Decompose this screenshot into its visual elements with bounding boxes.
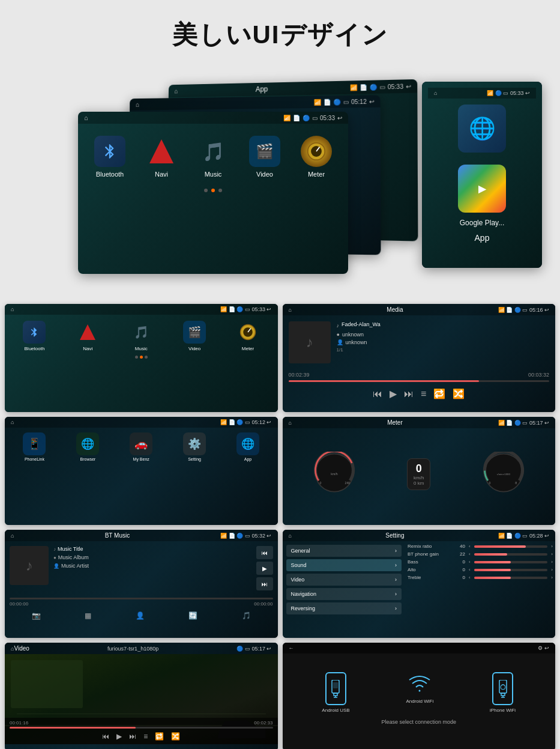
bt-content: ♪ ♪ Music Title ● Music Album 👤 Music Ar… xyxy=(5,541,278,595)
sr-app-label: App xyxy=(244,457,251,461)
bt-prev[interactable]: ⏮ xyxy=(256,546,273,559)
setting-general[interactable]: General› xyxy=(286,545,402,557)
status-icons-mid: 📶📄🔵▭ 05:12 ↩ xyxy=(314,98,375,105)
video-next[interactable]: ⏭ xyxy=(129,732,136,741)
s-navi[interactable]: Navi xyxy=(76,321,99,351)
album-art: ♪ xyxy=(289,321,331,363)
android-wifi-item[interactable]: Android WiFi xyxy=(405,672,435,713)
app-item-bluetooth[interactable]: Bluetooth xyxy=(94,136,125,178)
screenshots-grid: ⌂ 📶 📄 🔵 ▭ 05:33 ↩ Bluetooth Navi xyxy=(0,304,560,638)
setting-navigation[interactable]: Navigation› xyxy=(286,588,402,600)
video-shuffle[interactable]: 🔀 xyxy=(171,732,180,741)
setting-params: Remix ratio 40 ‹ › BT phone gain 22 ‹ › xyxy=(405,541,555,631)
bt-next[interactable]: ⏭ xyxy=(256,577,273,590)
s-meter-icon xyxy=(236,321,259,344)
bt-album-art: ♪ xyxy=(10,546,49,585)
svg-text:r/min×1000: r/min×1000 xyxy=(497,473,511,476)
bt-progress-area: 00:00:00 00:00:00 xyxy=(5,595,278,609)
speed-unit: km/h xyxy=(414,475,424,481)
svg-text:8: 8 xyxy=(515,481,517,485)
app-item-video[interactable]: 🎬 Video xyxy=(249,136,280,178)
svg-rect-15 xyxy=(334,693,337,696)
home-icon-mid: ⌂ xyxy=(136,101,139,108)
bt-icon1[interactable]: 📷 xyxy=(32,611,41,620)
s-video[interactable]: 🎬 Video xyxy=(183,321,206,351)
param-bass: Bass 0 ‹ › xyxy=(408,559,553,565)
video-repeat[interactable]: 🔁 xyxy=(155,732,164,741)
bt-icon3[interactable]: 👤 xyxy=(136,611,145,620)
bt-icon2[interactable]: ▦ xyxy=(85,611,91,620)
video-play[interactable]: ▶ xyxy=(116,732,122,741)
sr-mybenz-icon: 🚗 xyxy=(130,432,152,455)
s-navi-icon xyxy=(76,321,99,344)
s-video-icon: 🎬 xyxy=(183,321,206,344)
video-list[interactable]: ≡ xyxy=(143,732,148,741)
bt-icon5[interactable]: 🎵 xyxy=(242,611,251,620)
meter-icon xyxy=(301,136,332,167)
track-artist1: unknown xyxy=(342,332,364,338)
video-content: 00:01:16 00:02:33 ⏮ ▶ ⏭ ≡ 🔁 🔀 xyxy=(5,654,278,744)
track-num: 1/1 xyxy=(337,347,550,353)
bottom-row: ⌂ Video furious7-tsr1_h1080p 🔵 ▭ 05:17 ↩ xyxy=(0,643,560,749)
video-overlay: 00:01:16 00:02:33 ⏮ ▶ ⏭ ≡ 🔁 🔀 xyxy=(5,718,278,744)
setting-video[interactable]: Video› xyxy=(286,574,402,586)
bt-artist-text: Music Artist xyxy=(61,563,89,569)
bt-music-title: BT Music xyxy=(105,532,130,539)
setting-reversing[interactable]: Reversing› xyxy=(286,602,402,614)
bt-icon4[interactable]: 🔄 xyxy=(188,611,197,620)
video-prev[interactable]: ⏮ xyxy=(102,732,109,741)
cell-media: ⌂ Media 📶 📄 🔵 ▭ 05:16 ↩ ♪ ♪ Faded-Alan_W… xyxy=(283,304,556,412)
bt-bottom-icons[interactable]: 📷 ▦ 👤 🔄 🎵 xyxy=(5,609,278,622)
bt-time-end: 00:00:00 xyxy=(254,601,272,607)
s-meter[interactable]: Meter xyxy=(236,321,259,351)
cell-setting: ⌂ Setting 📶 📄 🔵 ▭ 05:28 ↩ General› Sound… xyxy=(283,530,556,638)
prev-btn[interactable]: ⏮ xyxy=(373,389,382,399)
sr-browser[interactable]: 🌐 Browser xyxy=(76,432,99,461)
bt-play[interactable]: ▶ xyxy=(256,562,273,575)
bt-time-start: 00:00:00 xyxy=(10,601,28,607)
small-home-grid: Bluetooth Navi 🎵 Music 🎬 Video xyxy=(5,315,278,354)
hero-section: ⌂ App 📶📄🔵▭ 05:33 ↩ ⌂ 📶📄🔵▭ 05:12 ↩ xyxy=(0,64,560,292)
shuffle-btn[interactable]: 🔀 xyxy=(453,388,465,399)
video-controls[interactable]: ⏮ ▶ ⏭ ≡ 🔁 🔀 xyxy=(10,731,273,742)
sr-phonelink-label: PhoneLink xyxy=(25,457,44,461)
android-usb-item[interactable]: Android USB xyxy=(322,672,349,713)
app-item-navi[interactable]: Navi xyxy=(146,136,177,178)
speed-value: 0 xyxy=(414,462,424,475)
video-time-current: 00:01:16 xyxy=(10,720,28,726)
sr-mybenz[interactable]: 🚗 My Benz xyxy=(130,432,152,461)
android-usb-label: Android USB xyxy=(322,708,349,713)
media-content: ♪ ♪ Faded-Alan_Wa ● unknown 👤 unknown xyxy=(283,315,556,369)
s-bluetooth[interactable]: Bluetooth xyxy=(23,321,46,351)
bt-controls[interactable]: ⏮ ▶ ⏭ xyxy=(256,546,273,590)
app-item-music[interactable]: 🎵 Music xyxy=(197,136,229,178)
iphone-wifi-item[interactable]: iPhone WiFi xyxy=(490,672,516,713)
android-wifi-label: Android WiFi xyxy=(406,699,433,704)
dot3 xyxy=(218,189,222,192)
s-music[interactable]: 🎵 Music xyxy=(130,321,152,351)
sr-phonelink[interactable]: 📱 PhoneLink xyxy=(23,432,46,461)
sr-browser-icon: 🌐 xyxy=(76,432,99,455)
list-btn[interactable]: ≡ xyxy=(421,389,426,399)
sr-app[interactable]: 🌐 App xyxy=(236,432,259,461)
svg-rect-20 xyxy=(501,693,505,696)
app-item-meter[interactable]: Meter xyxy=(301,136,332,178)
bt-album-text: Music Album xyxy=(58,554,89,560)
cell-home2: ⌂ 📶 📄 🔵 ▭ 05:12 ↩ 📱 PhoneLink 🌐 Browser … xyxy=(5,417,278,525)
music-label: Music xyxy=(205,171,222,178)
google-play-label: Google Play... xyxy=(460,219,504,227)
google-play-badge: ▶ xyxy=(458,165,506,213)
video-screen-title: Video xyxy=(14,645,29,652)
next-btn[interactable]: ⏭ xyxy=(404,389,414,399)
video-progress xyxy=(10,727,136,729)
media-controls[interactable]: ⏮ ▶ ⏭ ≡ 🔁 🔀 xyxy=(283,384,556,403)
setting-sound[interactable]: Sound› xyxy=(286,559,402,571)
sr-setting[interactable]: ⚙️ Setting xyxy=(183,432,206,461)
music-icon: 🎵 xyxy=(197,136,229,167)
play-btn[interactable]: ▶ xyxy=(390,388,397,399)
sr-phonelink-icon: 📱 xyxy=(23,432,46,455)
meter-screen-title: Meter xyxy=(387,419,403,426)
repeat-btn[interactable]: 🔁 xyxy=(433,388,445,399)
cell-meter: ⌂ Meter 📶 📄 🔵 ▭ 05:17 ↩ km/h 0 240 xyxy=(283,417,556,525)
globe-icon: 🌐 xyxy=(458,105,506,153)
